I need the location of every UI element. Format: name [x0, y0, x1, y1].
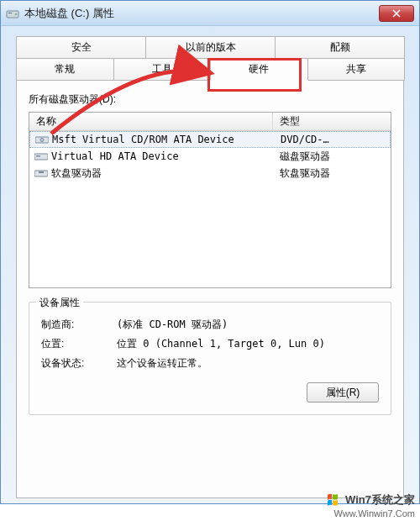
watermark-brand: Win7系统之家: [345, 493, 415, 508]
cdrom-icon: [35, 134, 49, 145]
device-type: 磁盘驱动器: [273, 150, 391, 164]
tab-tools[interactable]: 工具: [113, 58, 212, 81]
tab-general[interactable]: 常规: [16, 58, 114, 81]
close-button[interactable]: [379, 5, 414, 22]
table-row[interactable]: 软盘驱动器 软盘驱动器: [29, 165, 391, 182]
tab-strip: 安全 以前的版本 配额 常规 工具 硬件 共享: [16, 36, 404, 81]
hdd-icon: [34, 151, 48, 161]
tab-hardware[interactable]: 硬件: [210, 58, 308, 81]
device-properties-group: 设备属性 制造商: (标准 CD-ROM 驱动器) 位置: 位置 0 (Chan…: [29, 302, 391, 415]
group-title: 设备属性: [36, 296, 83, 310]
svg-point-2: [15, 13, 17, 15]
svg-point-4: [40, 139, 44, 142]
watermark-url: Www.Winwin7.Com: [327, 508, 415, 519]
device-list[interactable]: 名称 类型 Msft Virtual CD/ROM ATA Device DVD…: [29, 112, 391, 288]
hardware-panel: 所有磁盘驱动器(D): 名称 类型 Msft Virtual CD/ROM AT…: [16, 80, 404, 498]
svg-rect-8: [39, 171, 44, 173]
manufacturer-label: 制造商:: [41, 318, 117, 332]
device-type: 软盘驱动器: [273, 166, 391, 181]
tab-security[interactable]: 安全: [16, 36, 146, 59]
table-row[interactable]: Msft Virtual CD/ROM ATA Device DVD/CD-…: [29, 131, 391, 148]
device-name: Msft Virtual CD/ROM ATA Device: [52, 134, 234, 145]
svg-rect-6: [36, 155, 40, 157]
watermark: Win7系统之家 Www.Winwin7.Com: [327, 493, 415, 519]
tab-sharing[interactable]: 共享: [307, 58, 406, 81]
device-name: 软盘驱动器: [51, 166, 102, 181]
table-row[interactable]: Virtual HD ATA Device 磁盘驱动器: [29, 148, 391, 165]
drives-label: 所有磁盘驱动器(D):: [29, 92, 391, 107]
drive-icon: [6, 7, 19, 20]
tab-quota[interactable]: 配额: [275, 36, 405, 59]
column-header-name[interactable]: 名称: [29, 113, 273, 130]
status-value: 这个设备运转正常。: [117, 356, 379, 371]
titlebar[interactable]: 本地磁盘 (C:) 属性: [1, 1, 419, 26]
status-label: 设备状态:: [41, 356, 117, 371]
floppy-icon: [34, 168, 48, 178]
window-title: 本地磁盘 (C:) 属性: [24, 6, 379, 21]
device-type: DVD/CD-…: [274, 134, 390, 145]
svg-rect-1: [8, 13, 12, 13]
windows-flag-icon: [327, 493, 342, 507]
location-label: 位置:: [41, 337, 117, 351]
location-value: 位置 0 (Channel 1, Target 0, Lun 0): [117, 337, 379, 351]
tab-previous-versions[interactable]: 以前的版本: [145, 36, 276, 59]
properties-button[interactable]: 属性(R): [307, 382, 379, 403]
dialog-content: 安全 以前的版本 配额 常规 工具 硬件 共享 所有磁盘驱动器(D):: [1, 26, 419, 508]
list-body: Msft Virtual CD/ROM ATA Device DVD/CD-… …: [29, 131, 391, 182]
properties-dialog: 本地磁盘 (C:) 属性 安全 以前的版本 配额 常规 工具 硬件 共享: [0, 0, 420, 504]
list-header: 名称 类型: [29, 113, 391, 131]
device-name: Virtual HD ATA Device: [51, 150, 179, 162]
manufacturer-value: (标准 CD-ROM 驱动器): [117, 318, 379, 332]
column-header-type[interactable]: 类型: [273, 113, 391, 130]
